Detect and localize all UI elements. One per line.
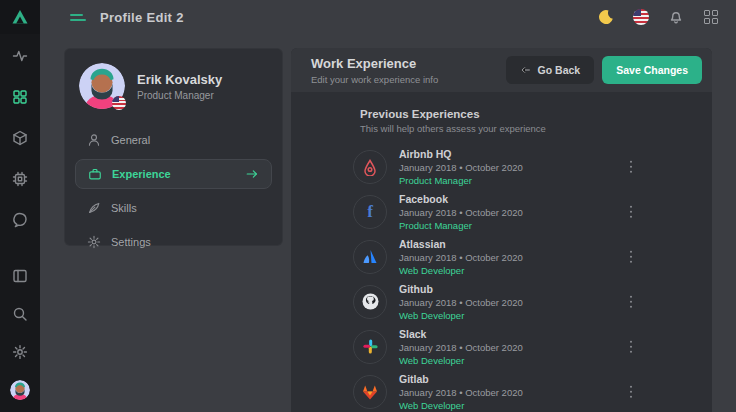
layout-icon[interactable] — [10, 266, 30, 286]
moon-icon[interactable] — [597, 8, 615, 26]
section-title: Previous Experiences — [360, 108, 712, 120]
go-back-button[interactable]: Go Back — [506, 56, 595, 84]
right-arrow-icon — [245, 167, 259, 181]
menu-item-label: Settings — [111, 236, 151, 248]
activity-icon[interactable] — [10, 46, 30, 66]
menu-item-label: Experience — [112, 168, 171, 180]
left-arrow-icon — [520, 64, 532, 76]
bell-icon[interactable] — [667, 8, 685, 26]
user-avatar[interactable] — [10, 380, 30, 400]
gitlab-logo — [353, 375, 387, 409]
go-back-label: Go Back — [538, 64, 581, 76]
row-menu-kebab-icon[interactable] — [626, 381, 637, 402]
experience-row-facebook[interactable]: f Facebook January 2018 • October 2020 P… — [291, 189, 712, 234]
us-flag-icon[interactable] — [632, 8, 650, 26]
atlassian-logo — [353, 240, 387, 274]
menu-item-settings[interactable]: Settings — [75, 227, 272, 257]
date-range: January 2018 • October 2020 — [399, 252, 523, 263]
experience-list: Airbnb HQ January 2018 • October 2020 Pr… — [291, 144, 712, 412]
work-experience-panel: Work Experience Edit your work experienc… — [291, 48, 712, 412]
panel-title: Work Experience — [311, 56, 438, 71]
topbar: Profile Edit 2 — [40, 0, 736, 34]
apps-grid-icon[interactable] — [702, 8, 720, 26]
company-name: Airbnb HQ — [399, 148, 523, 160]
company-name: Gitlab — [399, 373, 523, 385]
menu-item-experience[interactable]: Experience — [75, 159, 272, 189]
menu-item-skills[interactable]: Skills — [75, 193, 272, 223]
row-menu-kebab-icon[interactable] — [626, 246, 637, 267]
row-menu-kebab-icon[interactable] — [626, 156, 637, 177]
slack-logo — [353, 330, 387, 364]
row-menu-kebab-icon[interactable] — [626, 201, 637, 222]
github-logo — [353, 285, 387, 319]
company-name: Github — [399, 283, 523, 295]
company-name: Atlassian — [399, 238, 523, 250]
menu-item-general[interactable]: General — [75, 125, 272, 155]
panel-subtitle: Edit your work experience info — [311, 74, 438, 85]
user-role: Product Manager — [137, 90, 222, 101]
row-menu-kebab-icon[interactable] — [626, 291, 637, 312]
box-icon[interactable] — [10, 128, 30, 148]
date-range: January 2018 • October 2020 — [399, 162, 523, 173]
role-label: Product Manager — [399, 220, 523, 231]
date-range: January 2018 • October 2020 — [399, 297, 523, 308]
menu-toggle-icon[interactable] — [70, 14, 86, 21]
menu-item-label: Skills — [111, 202, 137, 214]
experience-row-gitlab[interactable]: Gitlab January 2018 • October 2020 Web D… — [291, 369, 712, 412]
experience-row-github[interactable]: Github January 2018 • October 2020 Web D… — [291, 279, 712, 324]
experience-row-atlassian[interactable]: Atlassian January 2018 • October 2020 We… — [291, 234, 712, 279]
date-range: January 2018 • October 2020 — [399, 207, 523, 218]
experience-row-airbnb[interactable]: Airbnb HQ January 2018 • October 2020 Pr… — [291, 144, 712, 189]
app-logo[interactable] — [0, 0, 40, 34]
dashboard-grid-icon[interactable] — [10, 87, 30, 107]
role-label: Web Developer — [399, 400, 523, 411]
save-changes-label: Save Changes — [616, 64, 688, 76]
section-subtitle: This will help others assess your experi… — [360, 123, 712, 134]
user-name: Erik Kovalsky — [137, 72, 222, 87]
icon-rail — [0, 0, 40, 412]
panel-header: Work Experience Edit your work experienc… — [291, 48, 712, 92]
row-menu-kebab-icon[interactable] — [626, 336, 637, 357]
country-flag-badge — [112, 96, 126, 110]
role-label: Web Developer — [399, 355, 523, 366]
menu-item-label: General — [111, 134, 150, 146]
date-range: January 2018 • October 2020 — [399, 387, 523, 398]
experience-row-slack[interactable]: Slack January 2018 • October 2020 Web De… — [291, 324, 712, 369]
company-name: Slack — [399, 328, 523, 340]
role-label: Web Developer — [399, 310, 523, 321]
cpu-icon[interactable] — [10, 169, 30, 189]
page-title: Profile Edit 2 — [100, 10, 184, 25]
role-label: Web Developer — [399, 265, 523, 276]
facebook-logo: f — [353, 195, 387, 229]
search-icon[interactable] — [10, 304, 30, 324]
role-label: Product Manager — [399, 175, 523, 186]
save-changes-button[interactable]: Save Changes — [602, 56, 702, 84]
chat-icon[interactable] — [10, 210, 30, 230]
profile-menu: General Experience Skills Settings — [75, 125, 272, 261]
airbnb-logo — [353, 150, 387, 184]
company-name: Facebook — [399, 193, 523, 205]
date-range: January 2018 • October 2020 — [399, 342, 523, 353]
profile-avatar — [79, 63, 125, 109]
gear-icon[interactable] — [10, 342, 30, 362]
profile-card: Erik Kovalsky Product Manager General Ex… — [64, 48, 283, 246]
